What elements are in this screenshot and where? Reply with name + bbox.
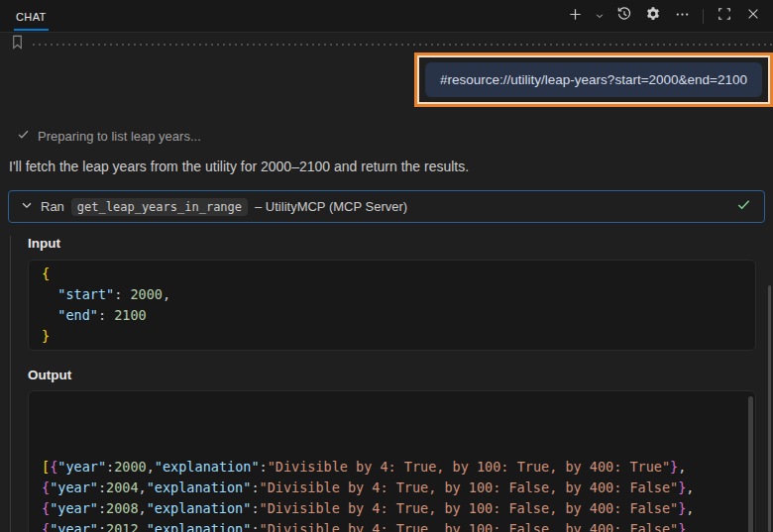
plus-icon	[568, 7, 583, 26]
ran-label: Ran	[41, 199, 64, 214]
gear-icon	[645, 6, 661, 26]
success-check-icon	[736, 197, 751, 216]
panel-titlebar: CHAT	[0, 0, 773, 33]
bookmark-icon[interactable]	[10, 35, 25, 53]
assistant-response-text: I'll fetch the leap years from the utili…	[9, 159, 764, 174]
chevron-down-icon[interactable]	[20, 198, 34, 216]
annotation-inner-stroke: #resource://utility/leap-years?start=200…	[417, 55, 770, 104]
history-button[interactable]	[614, 6, 634, 26]
output-scrollbar[interactable]	[748, 396, 753, 532]
status-text: Preparing to list leap years...	[38, 129, 201, 144]
tool-call-header[interactable]: Ran get_leap_years_in_range – UtilityMCP…	[8, 190, 765, 223]
chat-panel: CHAT	[0, 0, 773, 532]
input-code-block[interactable]: { "start": 2000, "end": 2100}	[28, 260, 756, 351]
maximize-panel-button[interactable]	[715, 6, 734, 26]
ellipsis-icon	[675, 7, 690, 26]
chevron-down-icon	[595, 7, 605, 25]
new-chat-button[interactable]	[565, 6, 585, 26]
checkpoint-row	[10, 37, 773, 52]
history-icon	[616, 6, 632, 26]
request-row: #resource://utility/leap-years?start=200…	[0, 53, 773, 107]
output-heading: Output	[28, 368, 756, 382]
tool-name-chip: get_leap_years_in_range	[71, 198, 248, 216]
tool-call-body: Input { "start": 2000, "end": 2100} Outp…	[10, 236, 773, 532]
server-label: – UtilityMCP (MCP Server)	[255, 199, 407, 214]
checkpoint-separator	[33, 44, 773, 46]
settings-button[interactable]	[643, 6, 663, 26]
panel-scrollbar[interactable]	[768, 285, 771, 532]
user-request-bubble[interactable]: #resource://utility/leap-years?start=200…	[425, 62, 762, 97]
output-code-block[interactable]: [{"year":2000,"explanation":"Divisible b…	[28, 390, 756, 532]
titlebar-actions	[565, 6, 763, 26]
actions-divider	[703, 9, 704, 24]
more-actions-button[interactable]	[672, 6, 692, 26]
check-icon	[17, 128, 30, 144]
input-heading: Input	[28, 236, 756, 251]
annotation-highlight-box: #resource://utility/leap-years?start=200…	[414, 53, 773, 107]
tab-chat[interactable]: CHAT	[14, 2, 49, 31]
status-line: Preparing to list leap years...	[17, 128, 773, 144]
new-chat-dropdown-button[interactable]	[594, 6, 606, 26]
maximize-icon	[718, 7, 731, 25]
close-panel-button[interactable]	[743, 6, 763, 26]
close-icon	[746, 7, 760, 25]
